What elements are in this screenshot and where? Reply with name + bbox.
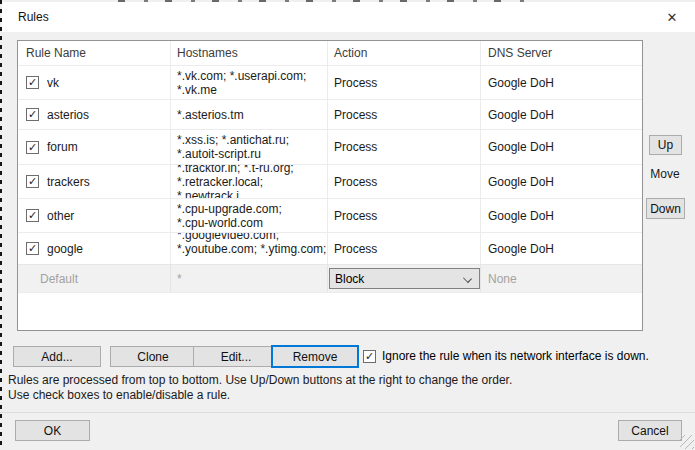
close-button[interactable]: ✕ [659, 6, 685, 28]
screenshot-edge-artifact-left [0, 0, 2, 450]
check-icon: ✓ [28, 109, 37, 120]
rule-name: google [47, 242, 83, 256]
rule-enabled-checkbox[interactable]: ✓ [26, 76, 39, 89]
edit-button[interactable]: Edit... [193, 346, 279, 367]
rule-hostnames: *.vk.com; *.userapi.com; *.vk.me [171, 66, 328, 99]
rule-enabled-checkbox[interactable]: ✓ [26, 175, 39, 188]
title-bar: Rules ✕ [2, 2, 695, 32]
rule-action: Process [328, 165, 481, 198]
rules-table[interactable]: Rule Name Hostnames Action DNS Server ✓v… [17, 40, 643, 331]
rule-action: Process [328, 130, 481, 164]
add-button[interactable]: Add... [13, 346, 101, 367]
window-title: Rules [18, 10, 49, 24]
rule-action: Process [328, 66, 481, 99]
rule-name: forum [47, 140, 78, 154]
move-label: Move [644, 167, 686, 181]
footer-divider [0, 412, 695, 413]
down-button[interactable]: Down [646, 198, 685, 219]
ignore-rule-checkbox-row[interactable]: ✓ Ignore the rule when its network inter… [363, 349, 649, 363]
rule-name: trackers [47, 175, 90, 189]
rule-dns-server: Google DoH [481, 233, 642, 264]
table-row[interactable]: ✓trackers *.tracktor.in; *.t-ru.org; *.r… [18, 164, 642, 198]
ignore-rule-label: Ignore the rule when its network interfa… [382, 349, 649, 363]
rule-name: asterios [47, 108, 89, 122]
rule-dns-server: Google DoH [481, 165, 642, 198]
help-text-line1: Rules are processed from top to bottom. … [8, 373, 512, 388]
table-row[interactable]: ✓google *.googlevideo.com; *.youtube.com… [18, 232, 642, 264]
rule-action: Process [328, 233, 481, 264]
table-row[interactable]: ✓asterios *.asterios.tm Process Google D… [18, 99, 642, 129]
rule-action: Process [328, 100, 481, 129]
table-empty-area [18, 292, 642, 330]
rule-enabled-checkbox[interactable]: ✓ [26, 209, 39, 222]
rule-dns-server: Google DoH [481, 130, 642, 164]
check-icon: ✓ [28, 243, 37, 254]
table-header-row: Rule Name Hostnames Action DNS Server [18, 41, 642, 65]
rule-name: vk [47, 76, 59, 90]
default-action-selected: Block [335, 272, 364, 286]
default-action-dropdown[interactable]: Block [329, 268, 480, 289]
close-icon: ✕ [667, 10, 678, 25]
chevron-down-icon [463, 274, 472, 283]
help-text: Rules are processed from top to bottom. … [8, 373, 512, 403]
rule-enabled-checkbox[interactable]: ✓ [26, 141, 39, 154]
ignore-rule-checkbox[interactable]: ✓ [363, 350, 376, 363]
check-icon: ✓ [28, 142, 37, 153]
rule-dns-server: Google DoH [481, 66, 642, 99]
default-rule-hostnames: * [171, 265, 328, 292]
table-row[interactable]: ✓other *.cpu-upgrade.com; *.cpu-world.co… [18, 198, 642, 232]
column-header-action[interactable]: Action [328, 41, 481, 65]
clone-button[interactable]: Clone [110, 346, 196, 367]
check-icon: ✓ [28, 176, 37, 187]
column-header-hostnames[interactable]: Hostnames [171, 41, 328, 65]
default-rule-dns-server: None [481, 265, 642, 292]
cancel-button[interactable]: Cancel [618, 420, 682, 441]
rule-action: Process [328, 199, 481, 232]
rule-enabled-checkbox[interactable]: ✓ [26, 108, 39, 121]
rule-dns-server: Google DoH [481, 199, 642, 232]
table-row[interactable]: ✓vk *.vk.com; *.userapi.com; *.vk.me Pro… [18, 65, 642, 99]
rule-name: other [47, 209, 74, 223]
rule-hostnames: *.asterios.tm [171, 100, 328, 129]
check-icon: ✓ [28, 77, 37, 88]
ok-button[interactable]: OK [15, 420, 90, 441]
help-text-line2: Use check boxes to enable/disable a rule… [8, 388, 512, 403]
rule-hostnames: *.googlevideo.com; *.youtube.com; *.ytim… [171, 233, 328, 264]
column-header-rule-name[interactable]: Rule Name [18, 41, 171, 65]
check-icon: ✓ [28, 210, 37, 221]
table-row[interactable]: ✓forum *.xss.is; *.antichat.ru; *.autoit… [18, 129, 642, 164]
rule-enabled-checkbox[interactable]: ✓ [26, 242, 39, 255]
resize-grip[interactable] [680, 435, 694, 449]
default-rule-row: Default * Block None [18, 264, 642, 292]
rule-dns-server: Google DoH [481, 100, 642, 129]
remove-button[interactable]: Remove [271, 345, 359, 368]
column-header-dns-server[interactable]: DNS Server [481, 41, 642, 65]
up-button[interactable]: Up [649, 135, 682, 155]
rule-hostnames: *.tracktor.in; *.t-ru.org; *.retracker.l… [171, 165, 328, 198]
check-icon: ✓ [365, 351, 374, 362]
rule-hostnames: *.xss.is; *.antichat.ru; *.autoit-script… [171, 130, 328, 164]
default-rule-name: Default [18, 265, 171, 292]
rule-hostnames: *.cpu-upgrade.com; *.cpu-world.com [171, 199, 328, 232]
